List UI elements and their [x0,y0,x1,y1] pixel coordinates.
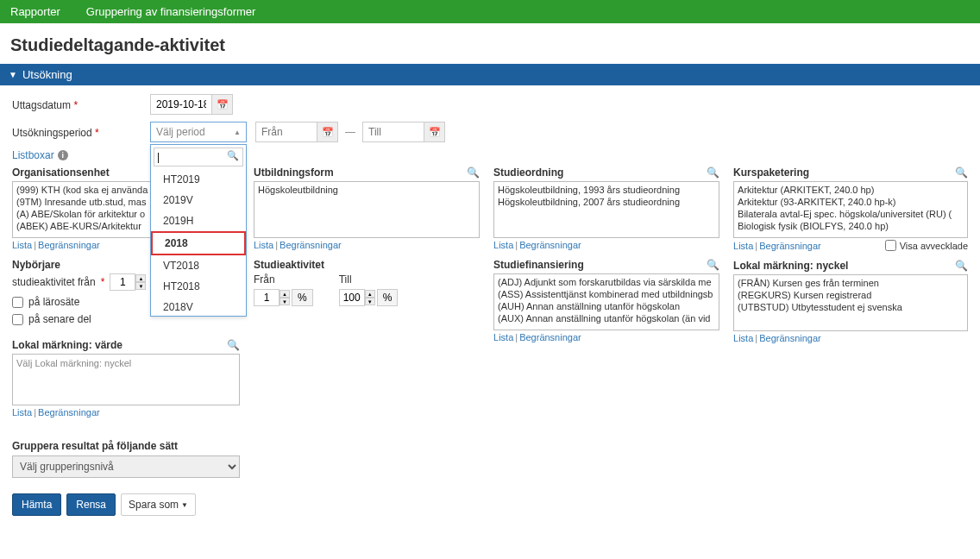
caret-down-icon: ▼ [9,70,17,79]
lista-link[interactable]: Lista [12,240,32,250]
period-select[interactable]: Välj period ▲ [150,122,247,142]
uttagsdatum-label: Uttagsdatum * [12,94,150,111]
period-dropdown: 🔍 HT2019 2019V 2019H 2018 VT2018 HT2018 … [150,144,247,317]
utbildningsform-listbox[interactable]: Högskoleutbildning [254,181,480,238]
uttagsdatum-input[interactable] [151,95,211,114]
search-icon[interactable]: 🔍 [707,166,719,179]
pa-larosate-checkbox[interactable] [12,297,23,308]
period-search-input[interactable] [154,148,223,166]
begr-link[interactable]: Begränsningar [519,240,581,250]
panel-header[interactable]: ▼ Utsökning [0,64,980,85]
spin-down[interactable]: ▼ [365,298,375,305]
pct-button[interactable]: % [377,289,399,306]
lokal-nyckel-listbox[interactable]: (FRÅN) Kursen ges från terminen (REGKURS… [733,274,968,331]
period-list[interactable]: HT2019 2019V 2019H 2018 VT2018 HT2018 20… [151,169,246,316]
search-icon: 🔍 [223,148,242,166]
info-icon: i [58,150,68,160]
hamta-button[interactable]: Hämta [12,493,61,516]
lista-link[interactable]: Lista [733,333,753,343]
search-icon[interactable]: 🔍 [707,259,719,271]
panel-title: Utsökning [22,68,72,81]
triangle-up-icon: ▲ [234,129,241,136]
rensa-button[interactable]: Rensa [66,493,116,516]
search-icon[interactable]: 🔍 [955,260,968,272]
list-item[interactable]: (AUX) Annan anställning utanför högskola… [496,312,717,324]
studieaktivitet-fran-input[interactable] [110,273,135,291]
pa-senare-checkbox[interactable] [12,314,23,325]
list-item[interactable]: (ADJ) Adjunkt som forskarutbildas via sä… [496,276,717,288]
studieaktivitet-fran-label: studieaktivitet från [12,276,96,288]
search-icon[interactable]: 🔍 [955,166,968,179]
list-item[interactable]: (FRÅN) Kursen ges från terminen [736,277,965,289]
list-item[interactable]: (UTBSTUD) Utbytesstudent ej svenska [736,301,965,313]
pa-larosate-label: på lärosäte [28,296,79,308]
period-till-input[interactable] [363,122,424,141]
spin-up[interactable]: ▲ [365,290,375,298]
aktivitet-till-input[interactable] [339,289,365,306]
lokal-varde-label: Lokal märkning: värde [12,339,122,351]
search-icon[interactable]: 🔍 [467,166,480,179]
begr-link[interactable]: Begränsningar [759,241,821,251]
period-from-input[interactable] [256,122,317,141]
gruppera-select[interactable]: Välj grupperingsnivå [12,455,240,478]
period-option[interactable]: 2019H [151,210,246,231]
studieordning-listbox[interactable]: Högskoleutbildning, 1993 års studieordni… [493,181,719,238]
lista-link[interactable]: Lista [12,407,32,418]
begr-link[interactable]: Begränsningar [38,240,100,250]
period-option-highlighted[interactable]: 2018 [151,231,246,255]
period-option[interactable]: HT2018 [151,276,246,297]
pct-button[interactable]: % [292,289,313,306]
list-item[interactable]: Högskoleutbildning [256,184,477,196]
period-option[interactable]: HT2019 [151,169,246,190]
spin-up[interactable]: ▲ [135,274,146,282]
nav-rapporter[interactable]: Rapporter [10,5,60,18]
gruppera-label: Gruppera resultat på följande sätt [12,440,240,452]
dash-icon: — [345,126,355,138]
lista-link[interactable]: Lista [493,332,513,342]
begr-link[interactable]: Begränsningar [280,240,342,250]
list-item[interactable]: (REGKURS) Kursen registrerad [736,289,965,301]
lista-link[interactable]: Lista [254,240,273,250]
search-icon[interactable]: 🔍 [227,339,240,351]
pa-senare-label: på senare del [28,313,91,325]
period-option[interactable]: 2019V [151,190,246,210]
calendar-icon[interactable]: 📅 [211,95,232,114]
calendar-icon[interactable]: 📅 [317,122,337,141]
aktivitet-from-input[interactable] [254,289,280,306]
spara-som-button[interactable]: Spara som▼ [121,493,196,516]
lista-link[interactable]: Lista [493,240,513,250]
calendar-icon[interactable]: 📅 [424,122,444,141]
listboxar-link[interactable]: Listboxar i [12,149,68,161]
studieaktivitet-label: Studieaktivitet [254,259,480,271]
caret-down-icon: ▼ [181,501,188,509]
list-item[interactable]: Arkitektur (93-ARKITEKT, 240.0 hp-k) [736,196,965,208]
utbildningsform-label: Utbildningsform [254,166,334,179]
lokal-nyckel-label: Lokal märkning: nyckel [733,260,848,272]
nav-gruppering[interactable]: Gruppering av finansieringsformer [86,5,256,18]
kurspaketering-listbox[interactable]: Arkitektur (ARKITEKT, 240.0 hp) Arkitekt… [733,181,968,238]
visa-avvecklade-label: Visa avvecklade [900,241,968,251]
begr-link[interactable]: Begränsningar [519,332,581,342]
list-item[interactable]: Biologisk fysik (BIOLFYS, 240.0 hp) [736,220,965,232]
utsokningsperiod-label: Utsökningsperiod * [12,122,150,139]
lista-link[interactable]: Lista [733,241,753,251]
list-item[interactable]: Högskoleutbildning, 2007 års studieordni… [496,196,717,208]
list-item[interactable]: Bilaterala avtal-Ej spec. högskola/unive… [736,208,965,220]
spin-down[interactable]: ▼ [280,298,290,305]
kurspaketering-label: Kurspaketering [733,166,809,179]
begr-link[interactable]: Begränsningar [759,333,821,343]
lokal-varde-listbox[interactable]: Välj Lokal märkning: nyckel [12,354,240,405]
begr-link[interactable]: Begränsningar [38,407,100,418]
visa-avvecklade-checkbox[interactable] [885,240,896,251]
studiefinansiering-label: Studiefinansiering [493,259,584,271]
period-option[interactable]: 2018V [151,297,246,316]
list-item[interactable]: Högskoleutbildning, 1993 års studieordni… [496,184,717,196]
list-item[interactable]: (ASS) Assistenttjänst kombinerad med utb… [496,288,717,300]
spin-down[interactable]: ▼ [135,282,146,290]
from-label: Från [254,273,313,286]
list-item[interactable]: (AUH) Annan anställning utanför högskola… [496,300,717,312]
period-option[interactable]: VT2018 [151,255,246,276]
studiefinansiering-listbox[interactable]: (ADJ) Adjunkt som forskarutbildas via sä… [493,273,719,330]
spin-up[interactable]: ▲ [280,290,290,298]
list-item[interactable]: Arkitektur (ARKITEKT, 240.0 hp) [736,184,965,196]
